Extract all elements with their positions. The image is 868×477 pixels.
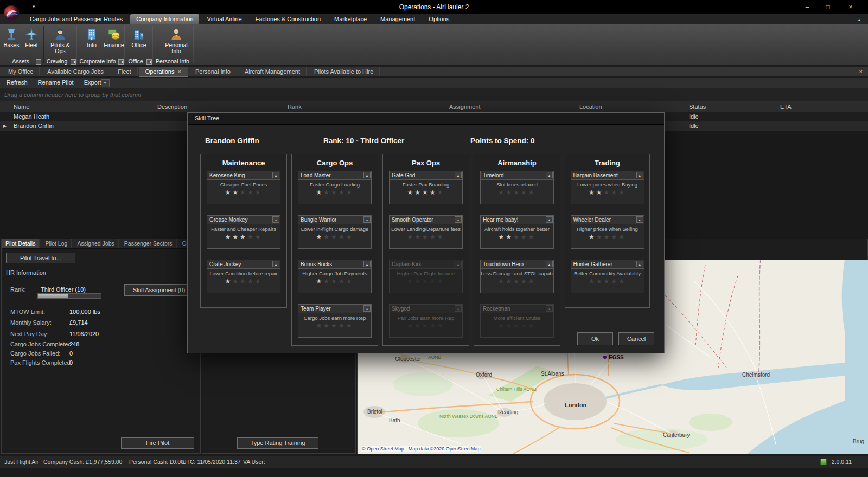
- ribbon-collapse-icon[interactable]: ▴: [858, 17, 860, 22]
- skill-increase-button[interactable]: ▴: [636, 216, 643, 223]
- ribbon-tab-options[interactable]: Options: [423, 14, 455, 24]
- row-expander-icon[interactable]: ▶: [3, 124, 7, 128]
- tab-assigned-jobs[interactable]: Assigned Jobs: [73, 239, 118, 248]
- skill-increase-button[interactable]: ▴: [455, 172, 462, 178]
- skill-stars[interactable]: ★★★★★: [298, 233, 371, 241]
- info-label: Info: [87, 42, 97, 48]
- skill-stars[interactable]: ★★★★★: [571, 278, 644, 285]
- tab-available-cargo-jobs[interactable]: Available Cargo Jobs: [41, 67, 110, 76]
- ribbon-tab-virtual-airline[interactable]: Virtual Airline: [201, 14, 248, 24]
- pilots-ops-button[interactable]: Pilots & Ops: [47, 27, 74, 54]
- skill-stars[interactable]: ★★★★★: [481, 233, 553, 241]
- skill-stars[interactable]: ★★★★★: [390, 233, 462, 241]
- column-header-assignment[interactable]: Assignment: [449, 104, 480, 110]
- skill-increase-button[interactable]: ▴: [363, 305, 371, 312]
- column-header-eta[interactable]: ETA: [780, 104, 792, 110]
- bases-button[interactable]: Bases: [1, 27, 22, 48]
- close-button[interactable]: ×: [842, 2, 859, 12]
- ribbon-tab-management[interactable]: Management: [374, 14, 421, 24]
- fire-pilot-button[interactable]: Fire Pilot: [121, 437, 194, 449]
- skill-stars[interactable]: ★★★★★: [207, 189, 280, 196]
- finance-button[interactable]: Finance: [103, 27, 125, 48]
- skill-stars[interactable]: ★★★★★: [481, 189, 553, 196]
- column-header-status[interactable]: Status: [689, 104, 706, 110]
- tab-operations[interactable]: Operations×: [139, 67, 188, 76]
- tab-passenger-sectors[interactable]: Passenger Sectors: [120, 239, 177, 248]
- skill-stars[interactable]: ★★★★★: [571, 233, 644, 241]
- column-header-name[interactable]: Name: [14, 104, 29, 110]
- cancel-button[interactable]: Cancel: [618, 332, 654, 345]
- skill-stars[interactable]: ★★★★★: [571, 189, 644, 196]
- column-header-location[interactable]: Location: [579, 104, 602, 110]
- tab-my-office[interactable]: My Office: [2, 67, 40, 76]
- map-attribution[interactable]: © Open Street Map - Map data ©2020 OpenS…: [361, 446, 481, 452]
- skill-stars[interactable]: ★★★★★: [298, 189, 371, 196]
- skill-stars[interactable]: ★★★★★: [207, 233, 280, 241]
- skill-increase-button[interactable]: ▴: [363, 216, 371, 223]
- info-button[interactable]: Info: [81, 27, 102, 48]
- cargo-failed-value: 0: [69, 350, 73, 357]
- ok-button[interactable]: Ok: [577, 332, 613, 345]
- skill-increase-button[interactable]: ▴: [636, 172, 643, 178]
- dialog-launcher-icon[interactable]: [36, 59, 41, 65]
- personal-info-button[interactable]: Personal Info: [163, 27, 190, 54]
- ribbon-tab-factories[interactable]: Factories & Construction: [250, 14, 327, 24]
- ribbon-tab-marketplace[interactable]: Marketplace: [328, 14, 373, 24]
- skill-increase-button[interactable]: ▴: [272, 261, 279, 267]
- export-dropdown-icon[interactable]: ▾: [101, 79, 110, 87]
- dialog-title-bar[interactable]: Skill Tree: [188, 113, 664, 125]
- skill-desc: More efficient Cruise: [481, 315, 553, 321]
- skill-increase-button[interactable]: ▴: [363, 172, 371, 178]
- tab-fleet[interactable]: Fleet: [112, 67, 137, 76]
- ribbon-tab-cargo-jobs[interactable]: Cargo Jobs and Passenger Routes: [24, 14, 129, 24]
- rename-pilot-button[interactable]: Rename Pilot: [38, 79, 74, 86]
- dialog-launcher-icon[interactable]: [146, 59, 152, 65]
- skill-increase-button[interactable]: ▴: [363, 261, 371, 267]
- office-button[interactable]: Office: [127, 27, 151, 48]
- skill-increase-button[interactable]: ▴: [546, 216, 553, 223]
- skill-increase-button[interactable]: ▴: [272, 172, 279, 178]
- pilot-travel-button[interactable]: Pilot Travel to...: [6, 253, 75, 263]
- fleet-button[interactable]: Fleet: [22, 27, 41, 48]
- skill-column-title: Trading: [565, 159, 649, 167]
- skill-increase-button[interactable]: ▴: [546, 172, 553, 178]
- column-header-description[interactable]: Description: [157, 104, 187, 110]
- tabstrip-close-icon[interactable]: ×: [859, 68, 863, 75]
- dialog-launcher-icon[interactable]: [71, 59, 76, 65]
- ribbon-tab-company-information[interactable]: Company Information: [130, 14, 199, 24]
- maximize-button[interactable]: □: [819, 2, 837, 12]
- cargo-completed-value: 248: [69, 341, 79, 347]
- skill-desc: Slot times relaxed: [481, 182, 553, 188]
- group-by-bar[interactable]: Drag a column header here to group by th…: [0, 88, 868, 101]
- tab-close-icon[interactable]: ×: [177, 68, 181, 75]
- tab-personal-info[interactable]: Personal Info: [189, 67, 237, 76]
- skill-name: Crate Jockey: [209, 261, 241, 267]
- skill-increase-button[interactable]: ▴: [636, 261, 643, 267]
- refresh-button[interactable]: Refresh: [7, 79, 28, 86]
- skill-stars[interactable]: ★★★★★: [298, 322, 371, 330]
- minimize-button[interactable]: –: [799, 2, 816, 12]
- export-button[interactable]: Export: [84, 79, 101, 86]
- egss-marker-icon[interactable]: [603, 356, 607, 359]
- skill-stars[interactable]: ★★★★★: [390, 189, 462, 196]
- dialog-launcher-icon[interactable]: [118, 59, 124, 65]
- skill-assignment-button[interactable]: Skill Assignment (0): [124, 284, 194, 296]
- type-rating-training-button[interactable]: Type Rating Training: [237, 437, 318, 449]
- skill-increase-button[interactable]: ▴: [546, 261, 553, 267]
- skill-increase-button[interactable]: ▴: [455, 216, 462, 223]
- section-divider: [48, 273, 195, 273]
- tab-pilot-log[interactable]: Pilot Log: [42, 239, 72, 248]
- skill-desc: Lower prices when Buying: [571, 182, 644, 188]
- connection-icon: [820, 459, 827, 465]
- tab-pilot-details[interactable]: Pilot Details: [2, 239, 40, 248]
- person-icon: [169, 27, 183, 41]
- skill-stars[interactable]: ★★★★★: [481, 278, 553, 285]
- skill-increase-button[interactable]: ▴: [272, 216, 279, 223]
- skill-desc: Better Commodity Availability: [571, 270, 644, 276]
- skill-desc: Cargo Jobs earn more Rep: [298, 315, 371, 321]
- column-header-rank[interactable]: Rank: [288, 104, 302, 110]
- tab-aircraft-management[interactable]: Aircraft Management: [239, 67, 307, 76]
- skill-stars[interactable]: ★★★★★: [207, 278, 280, 285]
- skill-stars[interactable]: ★★★★★: [298, 278, 371, 285]
- tab-pilots-available[interactable]: Pilots Available to Hire: [308, 67, 380, 76]
